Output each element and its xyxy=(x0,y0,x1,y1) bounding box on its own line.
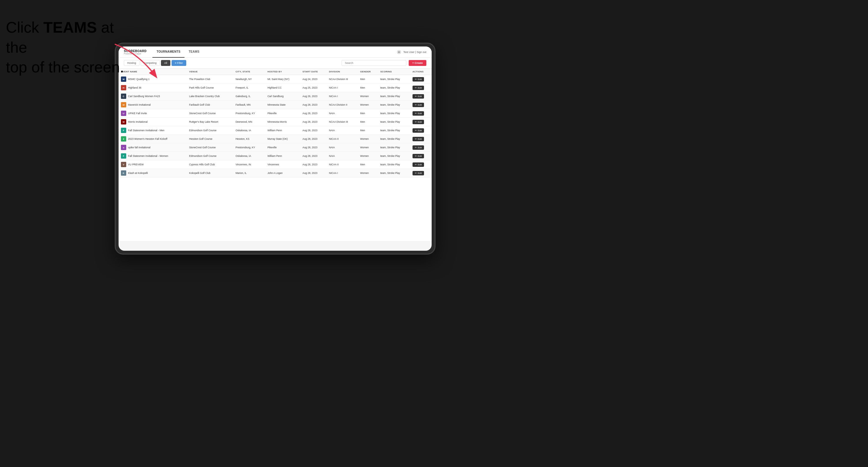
cell-gender: Men xyxy=(358,118,378,126)
cell-scoring: team, Stroke Play xyxy=(378,126,410,135)
edit-button[interactable]: ✏ Edit xyxy=(412,171,424,176)
edit-button[interactable]: ✏ Edit xyxy=(412,94,424,99)
cell-gender: Men xyxy=(358,75,378,84)
cell-start-date: Aug 25, 2023 xyxy=(300,84,327,92)
cell-venue: Cypress Hills Golf Club xyxy=(187,160,233,169)
cell-event-name: F Fall Statesmen Invitational - Men xyxy=(119,126,187,135)
edit-button[interactable]: ✏ Edit xyxy=(412,86,424,90)
pencil-icon: ✏ xyxy=(415,129,417,132)
nav-right: Test User | Sign out xyxy=(397,50,426,54)
toolbar-right: + Create xyxy=(342,60,426,66)
tournaments-table-container: EVENT NAME VENUE CITY, STATE HOSTED BY S… xyxy=(119,68,432,241)
cell-division: NICAA I xyxy=(327,84,358,92)
col-division: DIVISION xyxy=(327,68,358,75)
cell-division: NAIA xyxy=(327,126,358,135)
cell-event-name: V VU PREVIEW xyxy=(119,160,187,169)
cell-division: NAIA xyxy=(327,152,358,160)
team-logo: 2 xyxy=(121,136,126,142)
cell-event-name: U UPIKE Fall Invite xyxy=(119,109,187,118)
cell-scoring: team, Stroke Play xyxy=(378,84,410,92)
cell-city-state: Hesston, KS xyxy=(233,135,265,143)
user-info: Test User | Sign out xyxy=(403,51,426,54)
all-button[interactable]: All xyxy=(161,60,170,66)
cell-start-date: Aug 28, 2023 xyxy=(300,143,327,152)
cell-hosted-by: Minnesota State xyxy=(265,101,300,109)
edit-button[interactable]: ✏ Edit xyxy=(412,137,424,141)
edit-button[interactable]: ✏ Edit xyxy=(412,120,424,124)
pencil-icon: ✏ xyxy=(415,87,417,89)
table-row: U UPIKE Fall Invite StoneCrest Golf Cour… xyxy=(119,109,432,118)
cell-scoring: team, Stroke Play xyxy=(378,160,410,169)
cell-city-state: Faribault, MN xyxy=(233,101,265,109)
team-logo: V xyxy=(121,162,126,167)
pencil-icon: ✏ xyxy=(415,172,417,175)
col-actions: ACTIONS xyxy=(410,68,432,75)
team-logo: M xyxy=(121,102,126,107)
team-logo: M xyxy=(121,119,126,124)
toolbar-left: Hosting Competing All ≡ Filter xyxy=(124,60,186,66)
team-logo: K xyxy=(121,170,126,176)
competing-button[interactable]: Competing xyxy=(141,60,160,66)
instruction-text: Click TEAMS at the top of the screen. xyxy=(6,18,129,77)
cell-venue: Ruttger's Bay Lake Resort xyxy=(187,118,233,126)
tablet-screen: SCOREBOARD Powered by Clippit TOURNAMENT… xyxy=(119,46,432,251)
cell-venue: StoneCrest Golf Course xyxy=(187,109,233,118)
tablet-frame: SCOREBOARD Powered by Clippit TOURNAMENT… xyxy=(115,43,435,254)
pencil-icon: ✏ xyxy=(415,103,417,106)
table-row: 2 2023 Women's Hesston Fall Kickoff Hess… xyxy=(119,135,432,143)
cell-hosted-by: Pikeville xyxy=(265,109,300,118)
gear-icon[interactable] xyxy=(397,50,401,54)
edit-button[interactable]: ✏ Edit xyxy=(412,128,424,133)
event-name-text: VU PREVIEW xyxy=(128,163,144,166)
create-button[interactable]: + Create xyxy=(409,60,426,66)
nav-bar: SCOREBOARD Powered by Clippit TOURNAMENT… xyxy=(119,46,432,58)
col-hosted-by: HOSTED BY xyxy=(265,68,300,75)
cell-division: NCAA Division II xyxy=(327,101,358,109)
col-city-state: CITY, STATE xyxy=(233,68,265,75)
edit-button[interactable]: ✏ Edit xyxy=(412,111,424,116)
tab-tournaments[interactable]: TOURNAMENTS xyxy=(152,46,185,58)
cell-actions: ✏ Edit xyxy=(410,109,432,118)
edit-button[interactable]: ✏ Edit xyxy=(412,154,424,158)
nav-left: SCOREBOARD Powered by Clippit TOURNAMENT… xyxy=(124,46,204,58)
cell-hosted-by: Mt. Saint Mary (NY) xyxy=(265,75,300,84)
edit-button[interactable]: ✏ Edit xyxy=(412,103,424,107)
cell-event-name: M Maverick Invitational xyxy=(119,101,187,109)
edit-button[interactable]: ✏ Edit xyxy=(412,145,424,150)
event-name-text: Klash at Kokopelli xyxy=(128,172,148,175)
toolbar: Hosting Competing All ≡ Filter + Create xyxy=(119,58,432,68)
cell-city-state: Marion, IL xyxy=(233,169,265,178)
tab-teams[interactable]: TEAMS xyxy=(185,46,204,58)
cell-hosted-by: Highland CC xyxy=(265,84,300,92)
cell-event-name: M Morris Invitational xyxy=(119,118,187,126)
cell-hosted-by: Pikeville xyxy=(265,143,300,152)
cell-scoring: team, Stroke Play xyxy=(378,135,410,143)
cell-start-date: Aug 28, 2023 xyxy=(300,135,327,143)
cell-scoring: team, Stroke Play xyxy=(378,118,410,126)
table-row: K Klash at Kokopelli Kokopelli Golf Club… xyxy=(119,169,432,178)
pencil-icon: ✏ xyxy=(415,121,417,123)
edit-button[interactable]: ✏ Edit xyxy=(412,162,424,167)
cell-hosted-by: Carl Sandburg xyxy=(265,92,300,101)
cell-start-date: Aug 26, 2023 xyxy=(300,92,327,101)
team-logo: u xyxy=(121,145,126,150)
cell-actions: ✏ Edit xyxy=(410,152,432,160)
cell-gender: Men xyxy=(358,109,378,118)
search-input[interactable] xyxy=(342,60,406,66)
col-gender: GENDER xyxy=(358,68,378,75)
cell-venue: The Powelton Club xyxy=(187,75,233,84)
cell-venue: Edmundson Golf Course xyxy=(187,152,233,160)
cell-start-date: Aug 28, 2023 xyxy=(300,126,327,135)
edit-button[interactable]: ✏ Edit xyxy=(412,77,424,82)
filter-button[interactable]: ≡ Filter xyxy=(172,60,186,66)
event-name-text: Maverick Invitational xyxy=(128,103,151,106)
cell-actions: ✏ Edit xyxy=(410,169,432,178)
cell-scoring: team, Stroke Play xyxy=(378,152,410,160)
event-name-text: Carl Sandburg Women FA23 xyxy=(128,95,160,98)
cell-hosted-by: William Penn xyxy=(265,152,300,160)
cell-hosted-by: Minnesota-Morris xyxy=(265,118,300,126)
table-row: u upike fall invitational StoneCrest Gol… xyxy=(119,143,432,152)
cell-hosted-by: Murray State (OK) xyxy=(265,135,300,143)
event-name-text: Highland 36 xyxy=(128,86,141,89)
cell-event-name: H Highland 36 xyxy=(119,84,187,92)
